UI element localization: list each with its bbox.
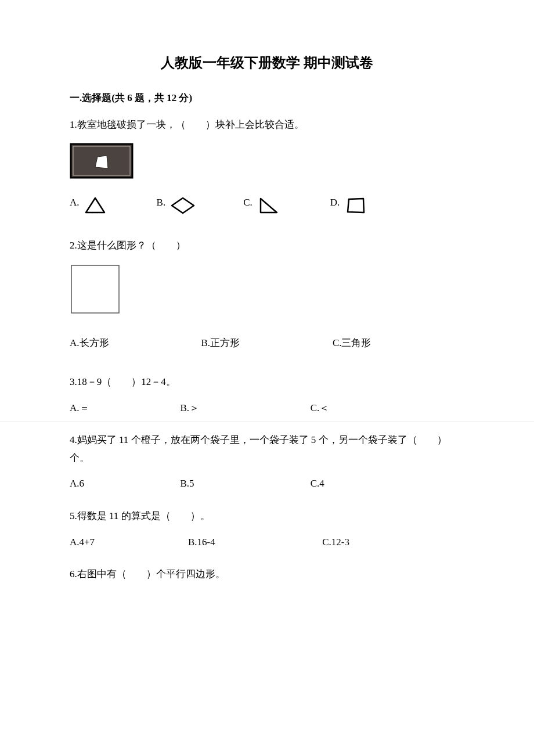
svg-marker-6 <box>348 199 364 213</box>
svg-marker-5 <box>261 199 277 213</box>
q2-options: A.长方形 B.正方形 C.三角形 <box>70 336 464 351</box>
svg-marker-2 <box>95 156 108 168</box>
q1-carpet-figure <box>70 143 464 183</box>
svg-marker-4 <box>172 198 194 213</box>
q1-option-a-label: A. <box>70 195 80 210</box>
q2-square-figure <box>70 264 464 319</box>
q5-option-b: B.16-4 <box>188 535 322 550</box>
q2-option-a: A.长方形 <box>70 336 201 351</box>
q5-text: 5.得数是 11 的算式是（ ）。 <box>70 507 464 525</box>
q6-text: 6.右图中有（ ）个平行四边形。 <box>70 566 464 584</box>
q2-option-c: C.三角形 <box>333 336 464 351</box>
section-1-header: 一.选择题(共 6 题，共 12 分) <box>70 91 464 106</box>
q1-text: 1.教室地毯破损了一块，（ ）块补上会比较合适。 <box>70 116 464 134</box>
svg-rect-7 <box>71 265 119 313</box>
q1-option-c-label: C. <box>243 195 252 210</box>
q4-text: 4.妈妈买了 11 个橙子，放在两个袋子里，一个袋子装了 5 个，另一个袋子装了… <box>70 431 464 467</box>
triangle-icon <box>83 195 107 216</box>
q4-option-a: A.6 <box>70 476 180 491</box>
q3-option-a: A.＝ <box>70 401 180 416</box>
right-triangle-icon <box>256 195 280 216</box>
q3-option-c: C.＜ <box>311 401 464 416</box>
q2-option-b: B.正方形 <box>201 336 332 351</box>
q4-option-c: C.4 <box>311 476 464 491</box>
q5-options: A.4+7 B.16-4 C.12-3 <box>70 535 464 550</box>
page-title: 人教版一年级下册数学 期中测试卷 <box>70 52 464 73</box>
q3-text: 3.18－9（ ）12－4。 <box>70 373 464 391</box>
svg-marker-3 <box>86 198 104 213</box>
q2-text: 2.这是什么图形？（ ） <box>70 237 464 255</box>
quadrilateral-icon <box>343 195 367 216</box>
q4-option-b: B.5 <box>180 476 310 491</box>
q1-option-d-label: D. <box>330 195 340 210</box>
q5-option-c: C.12-3 <box>322 535 464 550</box>
q4-options: A.6 B.5 C.4 <box>70 476 464 491</box>
q1-options: A. B. C. D. <box>70 195 464 216</box>
q3-options: A.＝ B.＞ C.＜ <box>70 401 464 416</box>
diamond-icon <box>169 195 197 216</box>
q3-option-b: B.＞ <box>180 401 310 416</box>
q1-option-b-label: B. <box>157 195 166 210</box>
separator-line <box>0 421 534 422</box>
q5-option-a: A.4+7 <box>70 535 188 550</box>
